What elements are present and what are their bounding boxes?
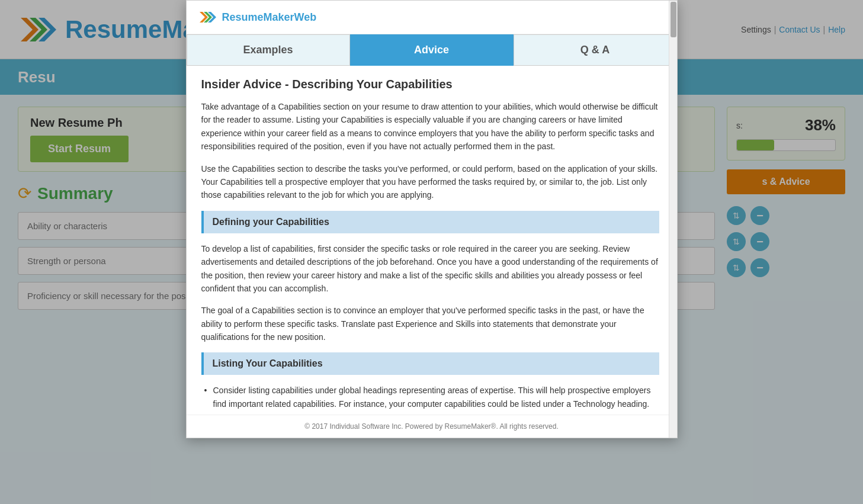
modal-header: ResumeMakerWeb (187, 1, 677, 34)
section2-paragraph: The goal of a Capabilities section is to… (201, 304, 659, 344)
capabilities-list: Consider listing capabilities under glob… (201, 384, 659, 415)
modal-scrollbar[interactable] (669, 1, 677, 438)
modal-footer: © 2017 Individual Software Inc. Powered … (187, 415, 677, 438)
modal-second-paragraph: Use the Capabilities section to describe… (201, 162, 659, 202)
tab-advice[interactable]: Advice (350, 34, 514, 66)
bullet-item-2: Capabilities usually consist of short ph… (201, 414, 659, 415)
modal-body: Insider Advice - Describing Your Capabil… (187, 66, 677, 415)
section1-paragraph: To develop a list of capabilities, first… (201, 242, 659, 296)
section1-header: Defining your Capabilities (201, 211, 659, 233)
modal-overlay: ResumeMakerWeb Examples Advice Q & A Ins… (0, 0, 863, 504)
modal-main-title: Insider Advice - Describing Your Capabil… (201, 78, 659, 91)
modal-intro-paragraph: Take advantage of a Capabilities section… (201, 100, 659, 153)
modal-logo-text: ResumeMakerWeb (222, 11, 317, 24)
modal-logo: ResumeMakerWeb (198, 8, 317, 27)
modal-scrollbar-thumb[interactable] (670, 2, 676, 37)
section3-header: Listing Your Capabilities (201, 352, 659, 375)
modal-logo-icon (198, 8, 217, 27)
bullet-item-1: Consider listing capabilities under glob… (201, 384, 659, 410)
modal-tabs: Examples Advice Q & A (187, 34, 677, 66)
tab-qa[interactable]: Q & A (514, 34, 677, 66)
advice-modal: ResumeMakerWeb Examples Advice Q & A Ins… (186, 0, 678, 438)
tab-examples[interactable]: Examples (187, 34, 350, 66)
